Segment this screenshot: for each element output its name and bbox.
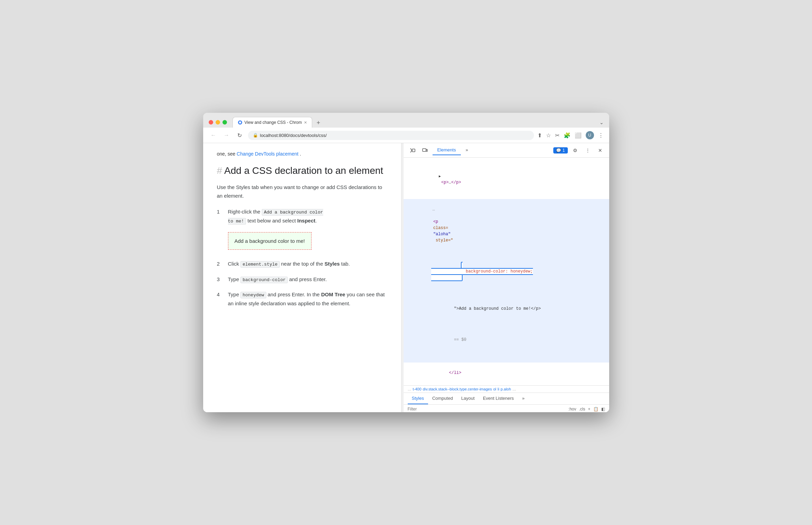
- tab-event-listeners[interactable]: Event Listeners: [479, 393, 518, 404]
- tab-close-icon[interactable]: ✕: [304, 120, 307, 125]
- active-tab[interactable]: View and change CSS - Chrom ✕: [232, 117, 313, 128]
- change-devtools-link[interactable]: Change DevTools placement: [237, 151, 298, 157]
- demo-element[interactable]: Add a background color to me!: [228, 232, 311, 250]
- refresh-button[interactable]: ↻: [235, 130, 245, 140]
- section-description: Use the Styles tab when you want to chan…: [217, 183, 387, 200]
- forward-button[interactable]: →: [222, 130, 231, 140]
- close-devtools-icon[interactable]: ✕: [595, 146, 605, 155]
- svg-point-1: [239, 121, 241, 123]
- inspect-icon[interactable]: [408, 146, 417, 155]
- url-text: localhost:8080/docs/devtools/css/: [260, 133, 327, 138]
- color-palette-icon[interactable]: ◧: [601, 407, 605, 412]
- cls-button[interactable]: .cls: [579, 407, 585, 412]
- tab-label: View and change CSS - Chrom: [245, 120, 302, 125]
- address-bar: ← → ↻ 🔒 localhost:8080/docs/devtools/css…: [203, 128, 609, 143]
- dom-line-1: ▶ <p>…</p>: [404, 160, 609, 199]
- browser-window: View and change CSS - Chrom ✕ + ⌄ ← → ↻ …: [203, 113, 609, 412]
- breadcrumb-t400[interactable]: t-400: [413, 387, 422, 391]
- step-4-content: Type honeydew and press Enter. In the DO…: [228, 290, 387, 308]
- devtools-panel: Elements » 💬 1 ⚙ ⋮ ✕ ▶: [404, 143, 609, 412]
- settings-icon[interactable]: ⚙: [571, 146, 580, 155]
- tab-computed[interactable]: Computed: [428, 393, 457, 404]
- step-1: 1 Right-click the Add a background color…: [217, 207, 387, 254]
- chevron-down-icon[interactable]: ⌄: [600, 120, 604, 125]
- styles-panel: Styles Computed Layout Event Listeners »…: [404, 393, 609, 412]
- svg-rect-4: [426, 149, 427, 151]
- webpage-panel: one, see Change DevTools placement . # A…: [203, 143, 402, 412]
- devtools-main-tabs: Elements »: [433, 145, 551, 155]
- close-button[interactable]: [209, 120, 213, 125]
- hash-symbol: #: [217, 165, 222, 177]
- styles-filter-bar: :hov .cls + 📋 ◧: [404, 405, 609, 412]
- dom-line-3: </li>: [404, 363, 609, 383]
- breadcrumb-ol[interactable]: ol: [493, 387, 496, 391]
- breadcrumb-text: one, see Change DevTools placement .: [217, 150, 387, 158]
- browser-toolbar: ⬆ ☆ ✂ 🧩 ⬜ U ⋮: [537, 131, 604, 139]
- svg-rect-3: [423, 149, 426, 151]
- section-heading: # Add a CSS declaration to an element: [217, 165, 387, 177]
- svg-rect-2: [412, 149, 415, 152]
- minimize-button[interactable]: [216, 120, 220, 125]
- tabs-bar: View and change CSS - Chrom ✕ +: [232, 117, 597, 128]
- devtools-header: Elements » 💬 1 ⚙ ⋮ ✕: [404, 143, 609, 158]
- dom-tree: ▶ <p>…</p> … <p class= "aloha" style=": [404, 158, 609, 386]
- new-tab-button[interactable]: +: [314, 118, 323, 128]
- step-2-content: Click element.style near the top of the …: [228, 259, 387, 268]
- highlighted-style-attr: background-color: honeydew;: [431, 262, 533, 281]
- cut-icon[interactable]: ✂: [555, 132, 560, 139]
- steps-list: 1 Right-click the Add a background color…: [217, 207, 387, 308]
- step-2: 2 Click element.style near the top of th…: [217, 259, 387, 268]
- step-3: 3 Type background-color and press Enter.: [217, 275, 387, 284]
- menu-icon[interactable]: ⋮: [598, 132, 604, 139]
- step-4-code: honeydew: [240, 292, 266, 298]
- devtools-header-right: 💬 1 ⚙ ⋮ ✕: [553, 146, 605, 155]
- breadcrumb-div[interactable]: div.stack.stack--block.type.center-image…: [423, 387, 492, 391]
- step-4-num: 4: [217, 290, 222, 308]
- share-icon[interactable]: ⬆: [537, 132, 542, 139]
- devtools-menu-icon[interactable]: ⋮: [583, 146, 593, 155]
- breadcrumb-bar: … t-400 div.stack.stack--block.type.cent…: [404, 386, 609, 393]
- step-3-num: 3: [217, 275, 222, 284]
- tab-more[interactable]: »: [518, 393, 529, 404]
- console-icon: 💬: [556, 148, 561, 153]
- step-3-code: background-color: [240, 277, 288, 283]
- step-4: 4 Type honeydew and press Enter. In the …: [217, 290, 387, 308]
- lock-icon: 🔒: [253, 133, 258, 138]
- extensions-icon[interactable]: 🧩: [564, 132, 571, 139]
- dom-line-2[interactable]: … <p class= "aloha" style=" background-c…: [404, 199, 609, 363]
- step-2-code: element.style: [240, 261, 279, 268]
- title-bar: View and change CSS - Chrom ✕ + ⌄: [203, 113, 609, 128]
- traffic-lights: [209, 120, 227, 125]
- more-tools-tab[interactable]: »: [461, 145, 473, 155]
- breadcrumb-p[interactable]: p.aloh: [501, 387, 511, 391]
- console-badge[interactable]: 💬 1: [553, 147, 568, 153]
- device-toolbar-icon[interactable]: [420, 146, 430, 155]
- hov-pseudo-button[interactable]: :hov: [568, 407, 576, 412]
- step-1-content: Right-click the Add a background colorto…: [228, 207, 387, 254]
- bookmark-icon[interactable]: ☆: [546, 132, 551, 139]
- add-style-icon[interactable]: +: [588, 407, 590, 412]
- filter-input[interactable]: [408, 407, 566, 412]
- expand-icon[interactable]: ▶: [439, 175, 441, 178]
- chrome-favicon-icon: [238, 120, 242, 125]
- step-1-num: 1: [217, 207, 222, 254]
- filter-icons: :hov .cls + 📋 ◧: [568, 407, 605, 412]
- avatar[interactable]: U: [586, 131, 594, 139]
- address-field[interactable]: 🔒 localhost:8080/docs/devtools/css/: [248, 131, 534, 140]
- styles-tabs: Styles Computed Layout Event Listeners »: [404, 393, 609, 405]
- badge-count: 1: [563, 148, 565, 153]
- tab-styles[interactable]: Styles: [408, 393, 428, 404]
- profile-icon[interactable]: ⬜: [575, 132, 582, 139]
- step-2-num: 2: [217, 259, 222, 268]
- tab-layout[interactable]: Layout: [457, 393, 479, 404]
- breadcrumb-li[interactable]: li: [497, 387, 499, 391]
- step-3-content: Type background-color and press Enter.: [228, 275, 387, 284]
- back-button[interactable]: ←: [209, 130, 218, 140]
- elements-tab[interactable]: Elements: [433, 145, 461, 155]
- maximize-button[interactable]: [222, 120, 227, 125]
- main-content: one, see Change DevTools placement . # A…: [203, 143, 609, 412]
- new-style-rule-icon[interactable]: 📋: [593, 407, 598, 412]
